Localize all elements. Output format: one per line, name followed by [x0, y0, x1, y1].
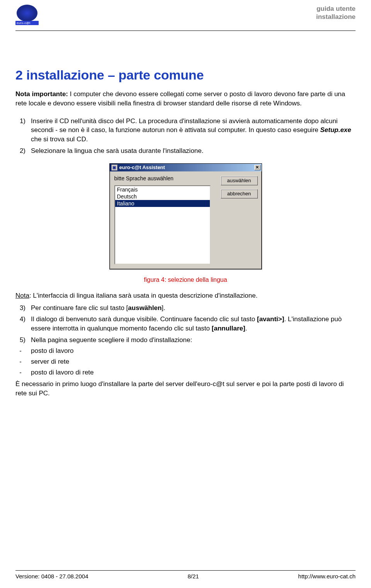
language-dialog: ▣ euro-c@t Assistent ✕ bitte Sprache aus…	[109, 163, 262, 269]
note-paragraph: Nota importante: I computer che devono e…	[15, 90, 356, 108]
installer-icon: ▣	[111, 164, 117, 171]
item-number: 1)	[15, 117, 26, 144]
list-item: 1) Inserire il CD nell'unità disco del P…	[15, 117, 356, 144]
item-body: Il dialogo di benvenuto sarà dunque visi…	[31, 315, 356, 333]
dialog-title: euro-c@t Assistent	[119, 164, 165, 170]
list-item: -server di rete	[15, 358, 356, 366]
footer-url: http://www.euro-cat.ch	[298, 573, 356, 580]
item-number: 2)	[15, 146, 26, 156]
note-label: Nota importante:	[15, 90, 68, 98]
page-header: euro-c@t guida utente installazione	[15, 5, 356, 28]
header-line-1: guida utente	[316, 5, 356, 13]
section-title: 2 installazione – parte comune	[15, 68, 356, 83]
setup-exe: Setup.exe	[320, 126, 351, 134]
cancel-button[interactable]: abbrechen	[221, 189, 258, 198]
dialog-prompt: bitte Sprache auswählen	[114, 175, 217, 181]
mode-list: -posto di lavoro -server di rete -posto …	[15, 347, 356, 376]
page-content: 2 installazione – parte comune Nota impo…	[15, 31, 356, 398]
item-body: Nella pagina seguente scegliere il modo …	[31, 336, 356, 345]
item-body: Selezionare la lingua che sarà usata dur…	[31, 146, 356, 156]
list-item: -posto di lavoro di rete	[15, 369, 356, 376]
item-body: Per continuare fare clic sul tasto [ausw…	[31, 303, 356, 313]
dialog-figure: ▣ euro-c@t Assistent ✕ bitte Sprache aus…	[15, 163, 356, 269]
item-body: Inserire il CD nell'unità disco del PC. …	[31, 117, 356, 144]
logo-text: euro-c@t	[17, 21, 30, 25]
list-item: 5) Nella pagina seguente scegliere il mo…	[15, 336, 356, 345]
list-item: 3) Per continuare fare clic sul tasto [a…	[15, 303, 356, 313]
language-listbox[interactable]: Français Deutsch Italiano	[114, 185, 211, 264]
figure-caption: figura 4: selezione della lingua	[15, 276, 356, 283]
final-paragraph: È necessario in primo luogo d'installare…	[15, 380, 356, 398]
header-subtitle: guida utente installazione	[316, 5, 356, 21]
nota-paragraph: Nota: L'interfaccia di lingua italiana s…	[15, 291, 356, 300]
item-number: 4)	[15, 315, 26, 333]
select-button[interactable]: auswählen	[221, 176, 258, 185]
instruction-list-2: 3) Per continuare fare clic sul tasto [a…	[15, 303, 356, 345]
footer-version: Versione: 0408 - 27.08.2004	[15, 573, 88, 580]
list-item: -posto di lavoro	[15, 347, 356, 355]
list-item[interactable]: Français	[115, 186, 210, 193]
page-footer: Versione: 0408 - 27.08.2004 8/21 http://…	[15, 570, 356, 580]
titlebar: ▣ euro-c@t Assistent ✕	[110, 164, 262, 171]
list-item-selected[interactable]: Italiano	[115, 200, 210, 207]
list-item: 4) Il dialogo di benvenuto sarà dunque v…	[15, 315, 356, 333]
close-icon[interactable]: ✕	[254, 165, 260, 170]
logo: euro-c@t	[15, 5, 39, 26]
list-item: 2) Selezionare la lingua che sarà usata …	[15, 146, 356, 156]
header-line-2: installazione	[316, 13, 356, 21]
footer-page: 8/21	[187, 573, 199, 580]
nota-underline: Nota	[15, 292, 29, 299]
item-number: 3)	[15, 303, 26, 313]
instruction-list: 1) Inserire il CD nell'unità disco del P…	[15, 117, 356, 156]
list-item[interactable]: Deutsch	[115, 193, 210, 200]
item-number: 5)	[15, 336, 26, 345]
